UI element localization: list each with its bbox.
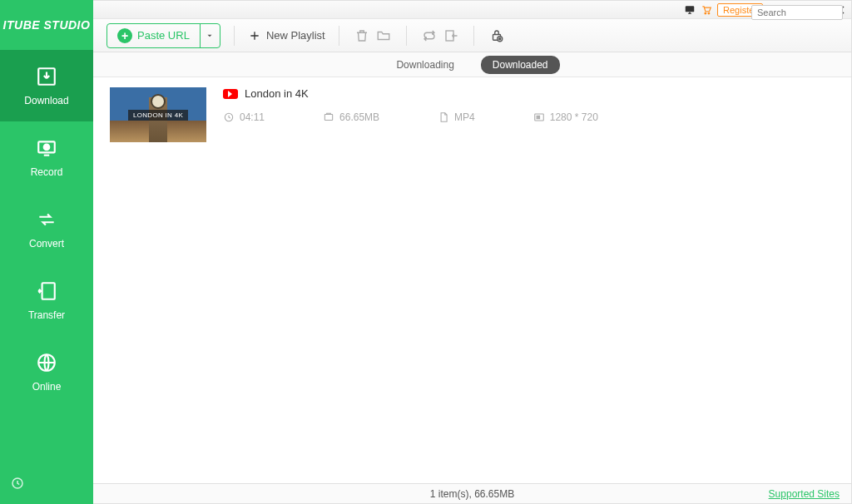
online-icon (35, 351, 58, 374)
svg-rect-19 (535, 114, 544, 121)
resolution-icon (533, 111, 545, 123)
titlebar: Register (93, 1, 851, 19)
clock-icon (223, 111, 235, 123)
thumbnail-caption: LONDON IN 4K (128, 110, 188, 121)
meta-resolution: 1280 * 720 (533, 111, 598, 123)
svg-point-16 (498, 37, 500, 39)
tab-downloaded[interactable]: Downloaded (481, 56, 560, 74)
search-input[interactable] (751, 5, 843, 20)
sidebar-item-transfer[interactable]: Transfer (0, 264, 93, 336)
new-playlist-button[interactable]: New Playlist (248, 29, 325, 42)
statusbar: 1 item(s), 66.65MB Supported Sites (93, 483, 851, 503)
svg-point-7 (705, 12, 706, 14)
tab-downloading[interactable]: Downloading (384, 56, 465, 74)
file-icon (438, 111, 449, 123)
sidebar-item-record[interactable]: Record (0, 121, 93, 193)
paste-url-group: + Paste URL (106, 23, 220, 48)
convert-icon (35, 208, 58, 231)
list-item[interactable]: LONDON IN 4K London in 4K 04:11 (110, 86, 835, 154)
plus-icon: + (117, 28, 132, 43)
sidebar-item-convert[interactable]: Convert (0, 193, 93, 264)
sidebar-item-label: Transfer (28, 309, 65, 321)
paste-url-button[interactable]: + Paste URL (107, 24, 200, 47)
supported-sites-link[interactable]: Supported Sites (769, 488, 840, 500)
tab-bar: Downloading Downloaded (93, 52, 851, 77)
app-logo: ITUBE STUDIO (0, 0, 93, 50)
youtube-icon (223, 89, 238, 99)
sidebar: ITUBE STUDIO Download Record Convert Tra… (0, 0, 93, 504)
new-playlist-label: New Playlist (266, 29, 325, 42)
sidebar-item-label: Online (32, 381, 62, 393)
video-thumbnail: LONDON IN 4K (110, 87, 206, 142)
meta-size: 66.65MB (323, 111, 379, 123)
sidebar-item-label: Record (31, 166, 63, 178)
download-icon (35, 65, 58, 88)
folder-icon[interactable] (374, 27, 393, 45)
size-icon (323, 111, 334, 123)
separator (339, 26, 339, 46)
feedback-icon[interactable] (684, 4, 696, 16)
separator (473, 26, 474, 46)
svg-point-8 (708, 12, 710, 14)
toolbar: + Paste URL New Playlist (93, 19, 851, 52)
sidebar-item-label: Convert (29, 238, 64, 250)
svg-rect-6 (686, 6, 695, 12)
main-area: Register + Paste URL New Playlist (93, 0, 852, 504)
import-icon[interactable] (442, 27, 460, 45)
svg-rect-3 (42, 283, 55, 299)
sidebar-item-download[interactable]: Download (0, 50, 93, 121)
privacy-icon[interactable] (488, 27, 506, 45)
cart-icon[interactable] (701, 4, 712, 16)
sidebar-item-online[interactable]: Online (0, 336, 93, 408)
content-list: LONDON IN 4K London in 4K 04:11 (93, 77, 851, 483)
loop-icon[interactable] (420, 27, 438, 45)
svg-point-2 (44, 145, 50, 151)
transfer-icon (35, 279, 58, 303)
record-icon (35, 136, 58, 160)
paste-url-dropdown[interactable] (200, 24, 220, 47)
meta-format: MP4 (438, 111, 475, 123)
meta-duration: 04:11 (223, 111, 265, 123)
separator (406, 26, 407, 46)
svg-rect-18 (324, 115, 332, 121)
paste-url-label: Paste URL (137, 29, 190, 42)
history-icon[interactable] (10, 479, 25, 493)
separator (234, 26, 235, 46)
sidebar-item-label: Download (24, 95, 68, 106)
status-summary: 1 item(s), 66.65MB (430, 488, 514, 500)
delete-icon[interactable] (353, 27, 371, 45)
video-title: London in 4K (245, 87, 309, 100)
